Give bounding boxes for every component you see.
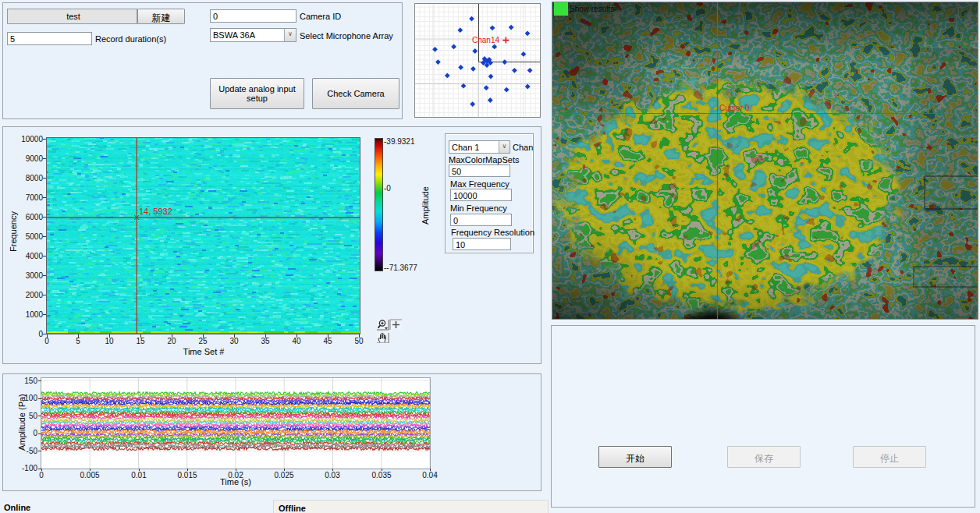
svg-text:14, 5932: 14, 5932	[139, 207, 172, 216]
svg-text:Cursor 0: Cursor 0	[719, 104, 750, 112]
svg-text:Show results: Show results	[570, 5, 614, 13]
svg-text:Chan14: Chan14	[472, 36, 499, 44]
